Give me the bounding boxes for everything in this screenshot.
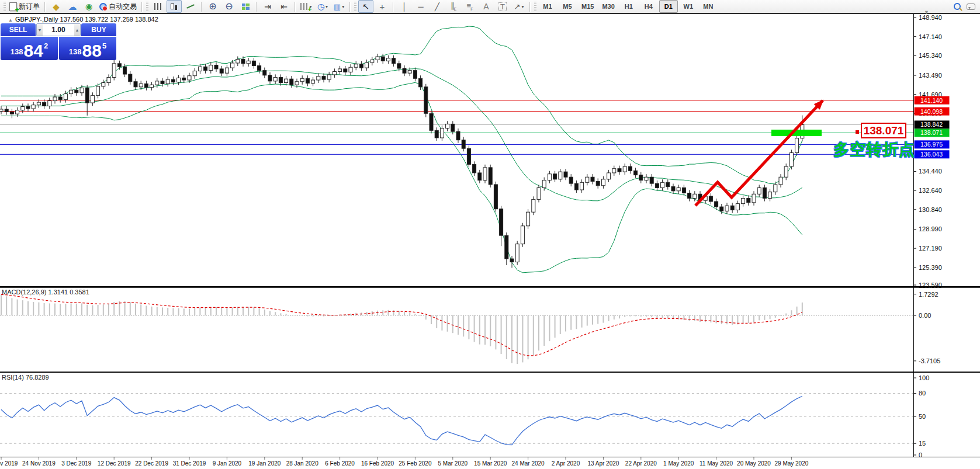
toolbar-grip[interactable]: [354, 2, 356, 11]
chart-area[interactable]: 148.940147.140145.340143.490141.690139.8…: [0, 0, 980, 469]
new-order-label: 新订单: [19, 2, 40, 12]
periods-icon: ◷: [317, 2, 324, 11]
arrows-button[interactable]: ↗▾: [511, 0, 527, 13]
trendline-icon: ╱: [435, 3, 439, 11]
new-order-icon: [9, 2, 17, 11]
cursor-button[interactable]: ↖: [358, 0, 373, 13]
timeframe-m5-button[interactable]: M5: [558, 0, 577, 13]
autotrade-label: 自动交易: [109, 2, 137, 12]
search-icon[interactable]: [954, 3, 961, 10]
buy-price-prefix: 138: [69, 47, 82, 56]
text-icon: A: [483, 2, 489, 11]
timeframe-m1-button[interactable]: M1: [538, 0, 557, 13]
highlight-zone: [771, 130, 822, 136]
new-order-button[interactable]: 新订单: [8, 0, 41, 13]
svg-text:134.440: 134.440: [919, 168, 942, 175]
svg-text:22 Apr 2020: 22 Apr 2020: [625, 460, 657, 467]
turning-point-annotation[interactable]: 多空转折点: [833, 139, 915, 160]
svg-text:50: 50: [919, 413, 926, 420]
trendline-button[interactable]: ╱: [430, 0, 445, 13]
svg-text:24 Mar 2020: 24 Mar 2020: [512, 460, 545, 467]
volume-input[interactable]: [43, 24, 74, 36]
equidistant-channel-button[interactable]: ∥E: [446, 0, 461, 13]
fibonacci-icon: ≡F: [467, 2, 473, 11]
text-label-button[interactable]: T: [495, 0, 510, 13]
text-button[interactable]: A: [479, 0, 494, 13]
timeframe-w1-button[interactable]: W1: [679, 0, 698, 13]
toolbar-separator: [393, 2, 394, 12]
publisher-icon: ☁: [68, 2, 77, 11]
indicators-icon: [300, 3, 308, 10]
svg-text:29 May 2020: 29 May 2020: [774, 460, 808, 467]
svg-text:148.940: 148.940: [919, 14, 942, 21]
timeframe-d1-button[interactable]: D1: [659, 0, 678, 13]
buy-price-display[interactable]: 138 88 5: [59, 37, 116, 60]
timeframe-mn-button[interactable]: MN: [699, 0, 718, 13]
svg-text:128.990: 128.990: [919, 225, 942, 232]
candlestick-chart-icon: [170, 3, 178, 11]
autoscroll-icon: ⇥: [264, 2, 271, 11]
data-window-button[interactable]: ◆: [49, 0, 64, 13]
svg-text:11 May 2020: 11 May 2020: [699, 460, 733, 467]
rsi-axis: 1008050150: [913, 374, 929, 458]
svg-text:2 Apr 2020: 2 Apr 2020: [552, 460, 580, 467]
zoom-out-button[interactable]: ⊖: [221, 0, 237, 13]
rsi-pane: [0, 393, 913, 444]
sell-price-big: 84: [24, 43, 43, 58]
price-annotation-box[interactable]: 138.071: [861, 123, 906, 138]
toolbar-grip[interactable]: [146, 2, 148, 11]
bollinger-middle-line: [1, 69, 802, 201]
volume-decrease-button[interactable]: ▼: [37, 24, 43, 36]
svg-text:5 Mar 2020: 5 Mar 2020: [438, 460, 468, 467]
horizontal-line-icon: ─: [418, 3, 423, 11]
bar-chart-button[interactable]: [150, 0, 165, 13]
sell-price-sup: 2: [44, 41, 48, 50]
autoscroll-button[interactable]: ⇥: [260, 0, 275, 13]
line-chart-button[interactable]: [183, 0, 198, 13]
volume-increase-button[interactable]: ▲: [74, 24, 80, 36]
pane-resize-arrow-icon[interactable]: ▼: [924, 9, 929, 15]
candlestick-chart-button[interactable]: [167, 0, 182, 13]
svg-text:19 Jan 2020: 19 Jan 2020: [248, 460, 281, 467]
publisher-button[interactable]: ☁: [65, 0, 80, 13]
autotrade-icon: [99, 3, 107, 11]
rsi-indicator-label: RSI(14) 76.8289: [2, 374, 49, 381]
chat-icon[interactable]: [967, 4, 975, 10]
toolbar-separator: [295, 2, 296, 12]
macd-histogram: [1, 294, 802, 364]
templates-button[interactable]: ▥▾: [331, 0, 347, 13]
zoom-in-button[interactable]: ⊕: [205, 0, 220, 13]
sell-button[interactable]: SELL: [1, 23, 36, 36]
fibonacci-button[interactable]: ≡F: [462, 0, 477, 13]
horizontal-line-button[interactable]: ─: [413, 0, 428, 13]
macd-axis: 1.72920.00-3.7105: [913, 291, 940, 364]
periods-button[interactable]: ◷▾: [315, 0, 330, 13]
autotrade-button[interactable]: 自动交易: [98, 0, 138, 13]
vertical-line-button[interactable]: │: [397, 0, 412, 13]
toolbar-separator: [349, 2, 351, 12]
buy-button[interactable]: BUY: [81, 23, 116, 36]
svg-text:22 Dec 2019: 22 Dec 2019: [135, 460, 168, 467]
toolbar-grip[interactable]: [534, 2, 536, 11]
svg-text:145.340: 145.340: [919, 52, 942, 59]
timeframe-h1-button[interactable]: H1: [619, 0, 638, 13]
symbol-info-text: GBPJPY-,Daily 137.560 139.722 137.259 13…: [15, 16, 158, 23]
signals-button[interactable]: ◉: [81, 0, 96, 13]
tile-windows-button[interactable]: [238, 0, 253, 13]
indicators-button[interactable]: ▾: [299, 0, 314, 13]
chart-shift-button[interactable]: ⇤: [276, 0, 292, 13]
macd-pane: [0, 294, 913, 364]
timeframe-m30-button[interactable]: M30: [598, 0, 618, 13]
time-axis: 14 Nov 201924 Nov 20193 Dec 201912 Dec 2…: [0, 457, 809, 467]
annotation-handle[interactable]: [856, 130, 859, 134]
buy-price-sup: 5: [102, 41, 106, 50]
rsi-line: [1, 396, 802, 444]
svg-text:0: 0: [919, 451, 922, 458]
sell-price-display[interactable]: 138 84 2: [1, 37, 58, 60]
toolbar-grip[interactable]: [4, 2, 6, 11]
crosshair-button[interactable]: +: [375, 0, 390, 13]
timeframe-h4-button[interactable]: H4: [639, 0, 658, 13]
svg-text:125.390: 125.390: [919, 264, 942, 271]
timeframe-m15-button[interactable]: M15: [578, 0, 597, 13]
svg-text:25 Feb 2020: 25 Feb 2020: [399, 460, 432, 467]
